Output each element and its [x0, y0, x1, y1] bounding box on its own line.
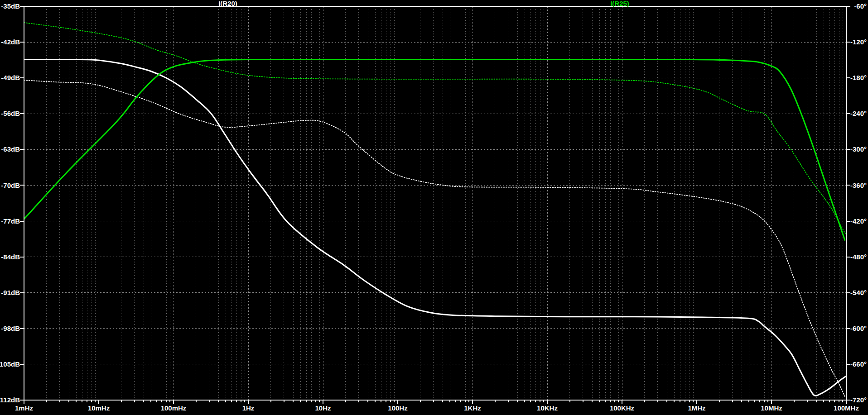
left-axis-label: -49dB [1, 74, 20, 81]
right-axis-label: -420° [850, 217, 867, 225]
right-axis-label: -720° [850, 396, 867, 404]
left-axis-label: -42dB [1, 38, 20, 46]
left-axis-label: -98dB [1, 324, 20, 332]
x-axis-label: 1MHz [688, 404, 705, 412]
right-axis-label: -180° [850, 74, 867, 81]
left-axis-label: -77dB [1, 217, 20, 225]
right-axis-label: -600° [850, 324, 867, 332]
left-axis-label: -84dB [1, 253, 20, 261]
left-axis-label: -91dB [1, 289, 20, 296]
x-axis-label: 10MHz [761, 404, 782, 412]
right-axis-label: -480° [850, 253, 867, 261]
x-axis-label: 10mHz [88, 404, 110, 412]
right-axis-label: -240° [850, 110, 867, 117]
right-axis-label: -120° [850, 38, 867, 46]
left-axis-label: -63dB [1, 145, 20, 153]
x-axis-label: 10KHz [537, 404, 558, 412]
x-axis-label: 100MHz [834, 404, 859, 412]
x-axis-label: 1mHz [15, 404, 33, 412]
right-axis-label: -360° [850, 181, 867, 189]
waveform-viewer: -35dB-42dB-49dB-56dB-63dB-70dB-77dB-84dB… [0, 0, 868, 415]
right-axis-label: -300° [850, 145, 867, 153]
x-axis-label: 1Hz [242, 404, 255, 412]
right-axis-label: -660° [850, 360, 867, 368]
left-axis-label: -35dB [1, 2, 20, 10]
right-axis-label: -60° [854, 2, 867, 10]
x-axis-label: 1KHz [464, 404, 481, 412]
left-axis-label: -70dB [1, 181, 20, 189]
right-axis-label: -540° [850, 289, 867, 296]
x-axis-label: 100mHz [161, 404, 187, 412]
left-axis-label: -105dB [0, 360, 20, 368]
x-axis-label: 100Hz [388, 404, 407, 412]
plot-background [0, 0, 868, 415]
left-axis-label: -56dB [1, 110, 20, 117]
x-axis-label: 10Hz [315, 404, 331, 412]
left-axis-label: -112dB [0, 396, 20, 404]
trace-label-ir20[interactable]: I(R20) [218, 0, 237, 7]
chart-canvas[interactable]: -35dB-42dB-49dB-56dB-63dB-70dB-77dB-84dB… [0, 0, 868, 415]
trace-label-ir25[interactable]: I(R25) [610, 0, 629, 7]
x-axis-label: 100KHz [610, 404, 634, 412]
